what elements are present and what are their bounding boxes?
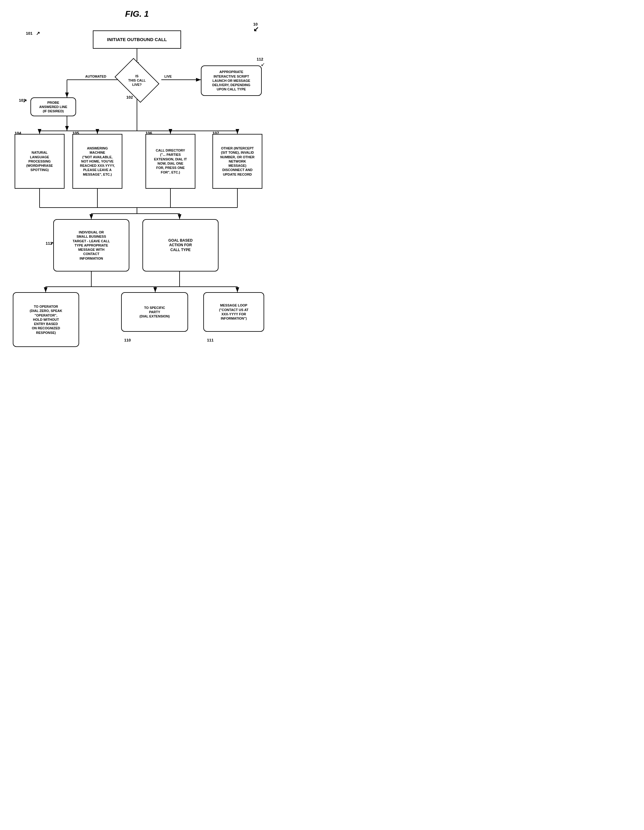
svg-text:AUTOMATED: AUTOMATED [85, 74, 106, 78]
label-110: 110 [124, 338, 131, 342]
svg-text:LIVE: LIVE [165, 74, 172, 78]
label-101: 101 [26, 31, 33, 36]
box-initiate-outbound-call: INITIATE OUTBOUND CALL [93, 30, 181, 49]
label-101-arrow: ↗ [36, 30, 40, 36]
box-individual-small-business: INDIVIDUAL ORSMALL BUSINESSTARGET - LEAV… [53, 219, 129, 271]
figure-title: FIG. 1 [6, 9, 268, 19]
label-112: 112 [256, 57, 263, 62]
box-call-directory: CALL DIRECTORY("... PARTIESEXTENSION, DI… [146, 134, 195, 189]
box-natural-language: NATURALLANGUAGEPROCESSING(WORD/PHRASESPO… [14, 134, 65, 189]
label-103-arrow: ↗ [23, 98, 27, 104]
box-to-operator: TO OPERATOR(DIAL ZERO, SPEAK"OPERATOR",H… [13, 292, 79, 347]
figure-reference: 10 ↙ [253, 22, 259, 32]
box-appropriate-script: APPROPRIATEINTERACTIVE SCRIPTLAUNCH OR M… [201, 65, 262, 96]
box-message-loop: MESSAGE LOOP("CONTACT US ATXXX-YYYY FORI… [203, 292, 264, 332]
label-111: 111 [207, 338, 214, 342]
label-112-arrow: ↙ [261, 62, 265, 67]
box-to-specific-party: TO SPECIFICPARTY(DIAL EXTENSION) [121, 292, 188, 332]
box-probe-answered-line: PROBEANSWERED LINE(IF DESIRED) [30, 97, 76, 116]
box-other: OTHER (INTERCEPT{SIT TONE}, INVALIDNUMBE… [212, 134, 262, 189]
label-102: 102 [126, 95, 133, 100]
fig-ref-arrow: ↙ [253, 27, 259, 32]
box-is-call-live-label: ISTHIS CALLLIVE? [114, 69, 160, 92]
box-answering-machine: ANSWERINGMACHINE("NOT AVAILABLE,NOT HOME… [73, 134, 122, 189]
box-goal-based-action: GOAL BASEDACTION FORCALL TYPE [142, 219, 218, 271]
diagram: 10 ↙ LIVE AUTOMATED [6, 22, 268, 351]
